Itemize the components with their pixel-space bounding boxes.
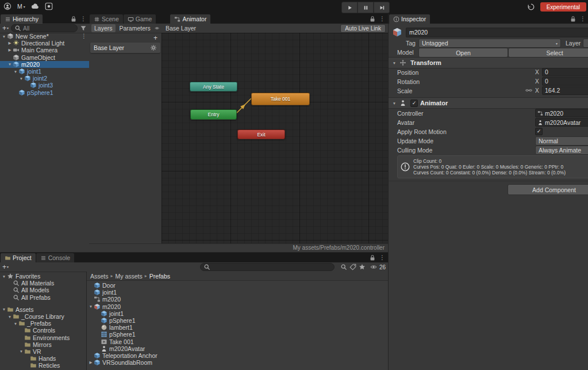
folder-item-prefabs[interactable]: ▼_Prefabs xyxy=(0,320,86,327)
tab-animator[interactable]: Animator xyxy=(170,14,210,24)
asset-item-door[interactable]: Door xyxy=(87,282,388,289)
layer-item-base-layer[interactable]: Base Layer xyxy=(90,43,160,53)
breadcrumb-my-assets[interactable]: My assets xyxy=(116,273,143,280)
tab-hierarchy[interactable]: Hierarchy xyxy=(1,14,43,24)
hierarchy-item-directional-light[interactable]: ▶Directional Light xyxy=(0,40,89,47)
eye-icon[interactable] xyxy=(155,25,159,32)
foldout-arrow[interactable]: ▼ xyxy=(7,315,13,319)
foldout-arrow[interactable]: ▼ xyxy=(391,101,397,105)
add-component-button[interactable]: Add Component xyxy=(508,184,588,195)
hidden-count-eye-icon[interactable] xyxy=(370,264,377,270)
hierarchy-item-psphere1[interactable]: pSphere1 xyxy=(0,89,89,96)
animator-header[interactable]: ▼ ✓ Animator xyxy=(389,97,588,109)
tab-console[interactable]: Console xyxy=(36,253,75,262)
hierarchy-item-gameobject[interactable]: GameObject xyxy=(0,54,89,61)
scale-x-field[interactable]: 164.2 xyxy=(542,86,588,95)
create-button[interactable]: +▾ xyxy=(2,25,9,32)
update-mode-dropdown[interactable]: Normal▾ xyxy=(535,136,588,146)
hierarchy-item-main-camera[interactable]: ▶Main Camera xyxy=(0,47,89,54)
folder-item-environments[interactable]: Environments xyxy=(0,334,86,341)
foldout-arrow[interactable]: ▼ xyxy=(13,70,18,74)
hierarchy-item-joint2[interactable]: ▼joint2 xyxy=(0,75,89,82)
asset-item-joint1[interactable]: joint1 xyxy=(87,289,388,296)
foldout-arrow[interactable]: ▶ xyxy=(7,48,13,52)
tab-project[interactable]: Project xyxy=(1,253,36,262)
search-by-label-icon[interactable] xyxy=(349,264,356,270)
foldout-arrow[interactable]: ▼ xyxy=(13,322,18,326)
asset-item-m2020[interactable]: ▼m2020 xyxy=(87,303,388,310)
folder-item-course-library[interactable]: ▼_Course Library xyxy=(0,313,86,320)
folder-item-controls[interactable]: Controls xyxy=(0,327,86,334)
lock-icon[interactable] xyxy=(570,16,577,22)
foldout-arrow[interactable]: ▼ xyxy=(1,35,7,39)
asset-item-take-001[interactable]: Take 001 xyxy=(87,338,388,345)
folder-item-reticles[interactable]: Reticles xyxy=(0,362,86,369)
hierarchy-search-input[interactable]: All xyxy=(11,24,78,32)
asset-item-psphere1[interactable]: pSphere1 xyxy=(87,331,388,338)
foldout-arrow[interactable]: ▶ xyxy=(7,41,13,45)
layers-tab[interactable]: Layers xyxy=(91,24,116,32)
pause-button[interactable] xyxy=(358,2,374,13)
lock-icon[interactable] xyxy=(369,254,376,261)
folder-item-vr[interactable]: ▼VR xyxy=(0,348,86,355)
folder-item-mirrors[interactable]: Mirrors xyxy=(0,341,86,348)
add-layer-button[interactable]: + xyxy=(153,35,157,41)
cloud-icon[interactable] xyxy=(31,2,39,10)
search-by-type-icon[interactable] xyxy=(340,264,347,270)
asset-item-lambert1[interactable]: lambert1 xyxy=(87,324,388,331)
asset-item-teleportation-anchor[interactable]: Teleportation Anchor xyxy=(87,352,388,359)
foldout-arrow[interactable]: ▼ xyxy=(7,62,13,66)
culling-mode-dropdown[interactable]: Always Animate▾ xyxy=(535,146,588,155)
foldout-arrow[interactable]: ▼ xyxy=(1,307,7,311)
account-icon[interactable] xyxy=(3,2,11,10)
hierarchy-item-m2020[interactable]: ▼m2020 xyxy=(0,61,89,68)
asset-item-psphere1[interactable]: pSphere1 xyxy=(87,317,388,324)
tab-inspector[interactable]: Inspector xyxy=(389,14,430,24)
step-button[interactable] xyxy=(374,2,390,13)
folder-item-favorites[interactable]: ▼Favorites xyxy=(0,273,86,280)
state-node-exit[interactable]: Exit xyxy=(237,129,285,139)
object-name-field[interactable]: m2020 xyxy=(406,28,588,37)
asset-item-m2020[interactable]: m2020 xyxy=(87,296,388,303)
folder-item-all-models[interactable]: All Models xyxy=(0,287,86,293)
position-x-field[interactable]: 0 xyxy=(542,68,588,77)
breadcrumb-assets[interactable]: Assets xyxy=(90,273,109,280)
layer-dropdown[interactable]: ▾ xyxy=(583,39,588,48)
constrain-proportions-icon[interactable] xyxy=(525,87,532,94)
services-icon[interactable] xyxy=(45,2,53,10)
kebab-menu-icon[interactable]: ⋮ xyxy=(379,254,385,261)
folder-item-assets[interactable]: ▼Assets xyxy=(0,306,86,313)
state-node-take-001[interactable]: Take 001 xyxy=(251,93,310,105)
breadcrumb-prefabs[interactable]: Prefabs xyxy=(149,273,170,280)
save-search-icon[interactable] xyxy=(359,264,366,270)
kebab-menu-icon[interactable]: ⋮ xyxy=(80,16,86,22)
folder-item-all-materials[interactable]: All Materials xyxy=(0,280,86,287)
apply-root-motion-checkbox[interactable]: ✓ xyxy=(535,128,543,135)
foldout-arrow[interactable]: ▼ xyxy=(391,61,397,65)
folder-item-hands[interactable]: Hands xyxy=(0,355,86,362)
foldout-arrow[interactable]: ▼ xyxy=(88,304,94,308)
gear-icon[interactable] xyxy=(150,44,157,51)
search-filter-icon[interactable] xyxy=(80,25,87,32)
foldout-arrow[interactable]: ▼ xyxy=(18,77,24,81)
avatar-field[interactable]: m2020Avatar xyxy=(535,118,588,127)
undo-history-icon[interactable] xyxy=(527,3,535,11)
animator-enabled-checkbox[interactable]: ✓ xyxy=(410,100,418,107)
parameters-tab[interactable]: Parameters xyxy=(117,24,153,32)
experimental-badge[interactable]: Experimental xyxy=(540,2,586,12)
tab-scene[interactable]: Scene xyxy=(90,14,123,24)
kebab-menu-icon[interactable]: ⋮ xyxy=(379,16,385,22)
create-asset-button[interactable]: +▾ xyxy=(2,264,9,270)
asset-item-m2020avatar[interactable]: m2020Avatar xyxy=(87,345,388,352)
rotation-x-field[interactable]: 0 xyxy=(542,77,588,86)
asset-item-vrsoundlabroom[interactable]: ▶VRSoundlabRoom xyxy=(87,359,388,366)
lock-icon[interactable] xyxy=(369,16,376,22)
hierarchy-item-joint1[interactable]: ▼joint1 xyxy=(0,68,89,75)
tab-game[interactable]: Game xyxy=(124,14,156,24)
foldout-arrow[interactable]: ▼ xyxy=(1,274,7,279)
folder-item-all-prefabs[interactable]: All Prefabs xyxy=(0,294,86,301)
account-menu[interactable]: M▾ xyxy=(17,3,25,10)
animator-graph[interactable]: Any StateTake 001EntryExit xyxy=(162,33,388,244)
hierarchy-item-joint3[interactable]: joint3 xyxy=(0,82,89,89)
project-search-input[interactable] xyxy=(200,263,335,271)
